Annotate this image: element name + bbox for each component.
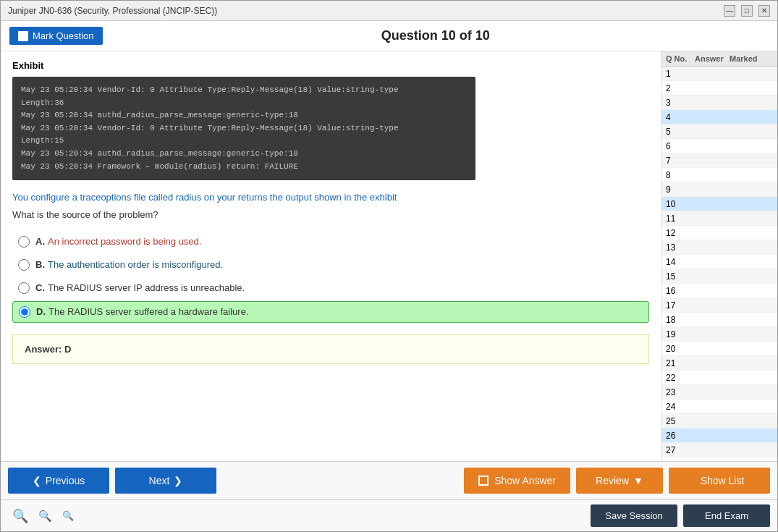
sidebar-row-8[interactable]: 8: [661, 168, 777, 182]
save-session-button[interactable]: Save Session: [591, 504, 677, 527]
next-button[interactable]: Next: [115, 468, 216, 494]
option-c-text: The RADIUS server IP address is unreacha…: [48, 282, 245, 293]
main-content: Exhibit May 23 05:20:34 Vendor-Id: 0 Att…: [1, 51, 777, 461]
sidebar-row-17[interactable]: 17: [661, 298, 777, 313]
option-d-letter: D.: [36, 306, 46, 317]
title-bar: Juniper JN0-636 (Security, Professional …: [1, 1, 777, 21]
sidebar-row-22[interactable]: 22: [661, 371, 777, 385]
exhibit-line-2: Length:36: [21, 97, 467, 110]
sidebar-row-25[interactable]: 25: [661, 414, 777, 428]
option-b-text: The authentication order is misconfigure…: [48, 259, 223, 270]
exhibit-line-7: May 23 05:20:34 Framework – module(radiu…: [21, 161, 467, 174]
app-window: Juniper JN0-636 (Security, Professional …: [0, 0, 778, 532]
mark-checkbox-icon: [18, 31, 28, 41]
sidebar-col-qno: Q No.: [666, 54, 695, 63]
mark-button-label: Mark Question: [33, 30, 94, 41]
zoom-out-button[interactable]: 🔍: [59, 509, 77, 523]
sidebar-row-10[interactable]: 10: [661, 197, 777, 211]
next-label: Next: [149, 475, 170, 486]
toolbar: Mark Question Question 10 of 10: [1, 21, 777, 51]
option-a-text: An incorrect password is being used.: [48, 236, 201, 247]
exhibit-line-4: May 23 05:20:34 Vendor-Id: 0 Attribute T…: [21, 122, 467, 135]
sidebar-row-16[interactable]: 16: [661, 284, 777, 298]
zoom-reset-button[interactable]: 🔍: [35, 508, 55, 524]
question-panel: Exhibit May 23 05:20:34 Vendor-Id: 0 Att…: [1, 51, 661, 461]
session-controls: Save Session End Exam: [583, 500, 777, 531]
close-button[interactable]: ✕: [758, 5, 770, 17]
option-b[interactable]: B. The authentication order is misconfig…: [12, 255, 649, 275]
next-chevron-icon: [174, 475, 182, 486]
mark-question-button[interactable]: Mark Question: [9, 27, 103, 45]
zoom-controls: 🔍 🔍 🔍: [1, 502, 85, 530]
sidebar-row-24[interactable]: 24: [661, 400, 777, 414]
sidebar-row-6[interactable]: 6: [661, 139, 777, 153]
sidebar-row-14[interactable]: 14: [661, 255, 777, 269]
option-d-text: The RADIUS server suffered a hardware fa…: [48, 306, 249, 317]
exhibit-line-5: Length:15: [21, 135, 467, 148]
option-d[interactable]: D. The RADIUS server suffered a hardware…: [12, 301, 649, 323]
exhibit-code-block: May 23 05:20:34 Vendor-Id: 0 Attribute T…: [12, 77, 475, 180]
review-label: Review: [596, 475, 629, 486]
end-exam-button[interactable]: End Exam: [683, 504, 770, 527]
footer-nav: Previous Next Show Answer Review ▼ Show …: [1, 461, 777, 499]
show-answer-label: Show Answer: [494, 475, 556, 486]
sidebar-header: Q No. Answer Marked: [661, 51, 777, 67]
sidebar-row-21[interactable]: 21: [661, 356, 777, 371]
sidebar-row-19[interactable]: 19: [661, 327, 777, 342]
option-d-radio[interactable]: [19, 306, 30, 318]
sidebar-col-marked: Marked: [730, 54, 773, 63]
question-sub-text: What is the source of the problem?: [12, 209, 649, 220]
sidebar-row-5[interactable]: 5: [661, 124, 777, 139]
exhibit-line-6: May 23 05:20:34 authd_radius_parse_messa…: [21, 148, 467, 161]
options-list: A. An incorrect password is being used. …: [12, 232, 649, 323]
sidebar-row-2[interactable]: 2: [661, 81, 777, 96]
sidebar-row-20[interactable]: 20: [661, 342, 777, 356]
question-list-sidebar: Q No. Answer Marked 1 2 3 4 5 6 7 8 9 10…: [661, 51, 777, 461]
sidebar-row-23[interactable]: 23: [661, 385, 777, 400]
option-c[interactable]: C. The RADIUS server IP address is unrea…: [12, 278, 649, 298]
option-a[interactable]: A. An incorrect password is being used.: [12, 232, 649, 252]
previous-label: Previous: [46, 475, 85, 486]
exhibit-label: Exhibit: [12, 60, 649, 71]
save-session-label: Save Session: [605, 510, 663, 521]
previous-button[interactable]: Previous: [8, 468, 109, 494]
exhibit-line-1: May 23 05:20:34 Vendor-Id: 0 Attribute T…: [21, 84, 467, 97]
option-a-letter: A.: [35, 236, 45, 247]
option-a-radio[interactable]: [18, 236, 30, 248]
minimize-button[interactable]: —: [724, 5, 735, 17]
zoom-in-button[interactable]: 🔍: [9, 507, 31, 525]
answer-label: Answer: D: [25, 344, 71, 355]
window-title: Juniper JN0-636 (Security, Professional …: [8, 6, 217, 16]
question-text: You configure a traceoptions file called…: [12, 190, 649, 205]
sidebar-row-11[interactable]: 11: [661, 211, 777, 226]
bottom-bar: 🔍 🔍 🔍 Save Session End Exam: [1, 499, 777, 531]
show-list-label: Show List: [701, 475, 745, 486]
review-button[interactable]: Review ▼: [576, 468, 663, 494]
option-c-letter: C.: [35, 282, 45, 293]
show-answer-button[interactable]: Show Answer: [464, 468, 570, 494]
question-title: Question 10 of 10: [103, 28, 769, 43]
option-c-radio[interactable]: [18, 282, 30, 294]
sidebar-row-1[interactable]: 1: [661, 67, 777, 81]
sidebar-row-7[interactable]: 7: [661, 153, 777, 168]
sidebar-col-answer: Answer: [695, 54, 730, 63]
review-dropdown-icon: ▼: [633, 475, 643, 486]
sidebar-row-13[interactable]: 13: [661, 240, 777, 255]
option-b-letter: B.: [35, 259, 45, 270]
sidebar-row-15[interactable]: 15: [661, 269, 777, 284]
window-controls: — □ ✕: [724, 5, 770, 17]
sidebar-row-4[interactable]: 4: [661, 110, 777, 124]
end-exam-label: End Exam: [705, 510, 748, 521]
answer-box: Answer: D: [12, 334, 649, 364]
sidebar-row-9[interactable]: 9: [661, 182, 777, 197]
sidebar-row-26[interactable]: 26: [661, 428, 777, 443]
option-b-radio[interactable]: [18, 259, 30, 271]
show-list-button[interactable]: Show List: [669, 468, 770, 494]
maximize-button[interactable]: □: [741, 5, 753, 17]
show-answer-checkbox-icon: [478, 476, 489, 486]
sidebar-row-18[interactable]: 18: [661, 313, 777, 327]
sidebar-row-3[interactable]: 3: [661, 96, 777, 110]
sidebar-row-27[interactable]: 27: [661, 443, 777, 457]
sidebar-row-12[interactable]: 12: [661, 226, 777, 240]
previous-chevron-icon: [33, 475, 41, 486]
